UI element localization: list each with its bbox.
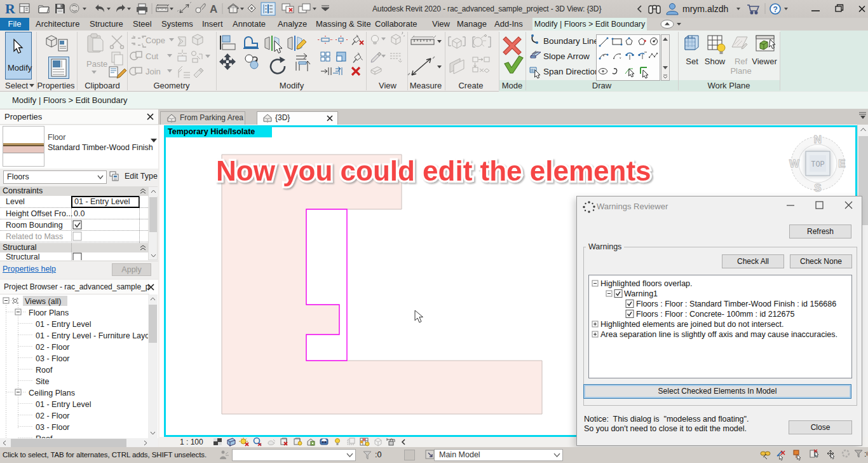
svg-text:mrym.alzdh: mrym.alzdh xyxy=(682,4,728,14)
svg-text:Warning1: Warning1 xyxy=(624,289,658,298)
svg-text:Mode: Mode xyxy=(502,81,523,90)
svg-text:Set: Set xyxy=(686,57,698,66)
svg-text:Clipboard: Clipboard xyxy=(85,81,120,90)
svg-text:Properties: Properties xyxy=(37,81,75,90)
svg-text::0: :0 xyxy=(864,450,867,459)
svg-text:Area separation line is slight: Area separation line is slightly off axi… xyxy=(600,330,837,339)
svg-text:Floors : Floor : Concrete- 100: Floors : Floor : Concrete- 100mm : id 21… xyxy=(636,310,794,319)
svg-text:Boundary Line: Boundary Line xyxy=(543,36,599,46)
svg-text:Modify: Modify xyxy=(8,63,32,73)
svg-text:Create: Create xyxy=(458,81,483,90)
svg-text:Viewer: Viewer xyxy=(752,57,777,66)
svg-text:Select: Select xyxy=(5,81,29,90)
svg-text:Draw: Draw xyxy=(592,81,612,90)
svg-text:A: A xyxy=(210,3,217,15)
svg-text:Measure: Measure xyxy=(410,81,442,90)
svg-text:Show: Show xyxy=(705,57,726,66)
svg-text:Work Plane: Work Plane xyxy=(708,81,750,90)
svg-text:Plane: Plane xyxy=(730,66,751,76)
svg-text:Join: Join xyxy=(146,67,161,76)
svg-text:Slope Arrow: Slope Arrow xyxy=(543,52,590,61)
svg-text:R: R xyxy=(5,1,16,17)
svg-text:View: View xyxy=(379,81,397,90)
svg-text:Highlighted elements are joine: Highlighted elements are joined but do n… xyxy=(600,320,783,329)
svg-text:Span Direction: Span Direction xyxy=(543,67,600,76)
svg-text:Highlighted floors overlap.: Highlighted floors overlap. xyxy=(600,279,693,288)
svg-text:?: ? xyxy=(773,5,778,14)
svg-text:Cope: Cope xyxy=(146,36,165,45)
svg-text:Floors : Floor : Standard Timb: Floors : Floor : Standard Timber-Wood Fi… xyxy=(636,300,836,308)
svg-text:Geometry: Geometry xyxy=(153,81,190,90)
svg-text:Paste: Paste xyxy=(86,59,107,69)
svg-text:Modify: Modify xyxy=(280,81,304,90)
svg-text:Cut: Cut xyxy=(146,52,159,61)
svg-text:Ref: Ref xyxy=(735,57,748,66)
